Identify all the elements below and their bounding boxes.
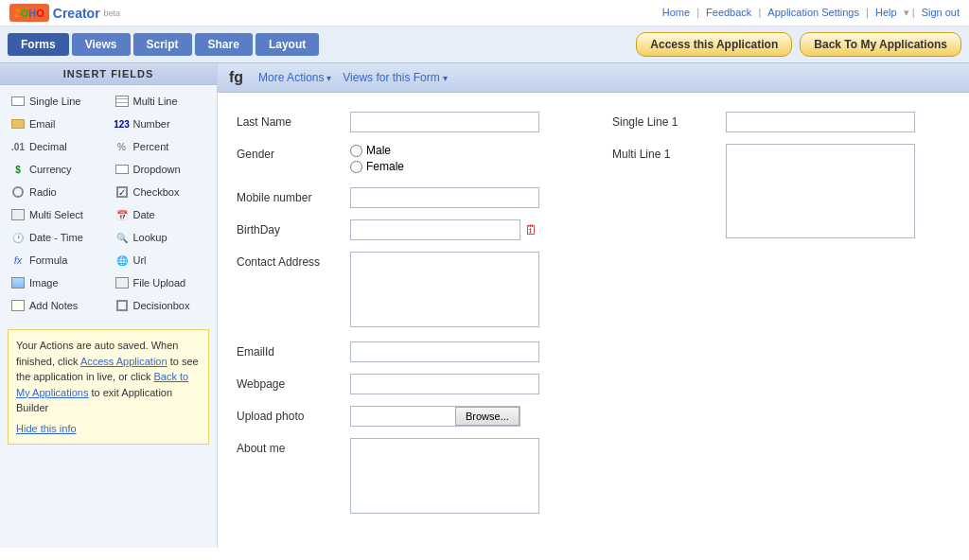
lastname-control [350, 112, 574, 132]
more-actions-link[interactable]: More Actions [258, 71, 331, 84]
tab-views[interactable]: Views [72, 33, 131, 56]
file-path-input[interactable] [351, 407, 455, 426]
lookup-icon: 🔍 [115, 230, 130, 245]
field-row-birthday: BirthDay 🗓 [237, 219, 574, 240]
right-buttons: Access this Application Back To My Appli… [636, 32, 961, 57]
field-row-lastname: Last Name [237, 112, 574, 132]
feedback-link[interactable]: Feedback [706, 7, 751, 18]
birthday-label: BirthDay [237, 219, 350, 236]
about-me-control [350, 438, 574, 516]
field-addnotes[interactable]: Add Notes [6, 295, 108, 316]
field-dropdown[interactable]: Dropdown [110, 159, 212, 180]
single-line-1-input[interactable] [726, 112, 915, 132]
addnotes-icon [10, 298, 26, 313]
fields-grid: Single Line Multi Line Email 123 Number … [0, 85, 217, 322]
field-row-contact-address: Contact Address [237, 252, 574, 330]
field-row-email: EmailId [237, 341, 574, 362]
email-input[interactable] [350, 341, 539, 362]
single-line-icon [10, 94, 26, 109]
about-me-input[interactable] [350, 438, 539, 514]
mobile-input[interactable] [350, 187, 539, 208]
dropdown-icon [115, 162, 130, 177]
currency-icon: $ [10, 162, 26, 177]
help-link[interactable]: Help [875, 7, 897, 18]
birthday-wrap: 🗓 [350, 219, 574, 240]
birthday-input[interactable] [350, 219, 520, 240]
views-for-form-link[interactable]: Views for this Form [343, 71, 447, 84]
content-area: fg More Actions Views for this Form Last… [218, 63, 969, 548]
field-email[interactable]: Email [6, 114, 108, 134]
field-multi-line[interactable]: Multi Line [110, 91, 212, 112]
gender-female-option: Female [350, 160, 574, 173]
form-col-right: Single Line 1 Multi Line 1 [574, 112, 950, 528]
field-date[interactable]: 📅 Date [110, 204, 212, 225]
field-url[interactable]: 🌐 Url [110, 250, 212, 271]
mobile-control [350, 187, 574, 208]
creator-text: Creator [53, 6, 100, 21]
upload-photo-label: Upload photo [237, 406, 350, 423]
app-settings-link[interactable]: Application Settings [767, 7, 859, 18]
gender-male-option: Male [350, 144, 574, 157]
access-application-button[interactable]: Access this Application [636, 32, 792, 57]
browse-button[interactable]: Browse... [455, 407, 520, 426]
field-currency[interactable]: $ Currency [6, 159, 108, 180]
tab-layout[interactable]: Layout [255, 33, 319, 56]
datetime-icon: 🕐 [10, 230, 26, 245]
form-name: fg [229, 69, 243, 86]
field-decimal[interactable]: .01 Decimal [6, 136, 108, 157]
main-layout: INSERT FIELDS Single Line Multi Line Ema… [0, 63, 969, 548]
date-icon: 📅 [115, 207, 130, 222]
field-row-upload-photo: Upload photo Browse... [237, 406, 574, 427]
field-radio[interactable]: Radio [6, 182, 108, 202]
field-fileupload[interactable]: File Upload [110, 272, 212, 293]
gender-male-radio[interactable] [350, 145, 362, 157]
about-me-label: About me [237, 438, 350, 455]
contact-address-input[interactable] [350, 252, 539, 327]
signout-link[interactable]: Sign out [922, 7, 960, 18]
tab-script[interactable]: Script [133, 33, 192, 56]
field-multiselect[interactable]: Multi Select [6, 204, 108, 225]
field-single-line[interactable]: Single Line [6, 91, 108, 112]
birthday-control: 🗓 [350, 219, 574, 240]
form-actions: More Actions Views for this Form [258, 71, 447, 84]
field-row-about-me: About me [237, 438, 574, 516]
left-panel: INSERT FIELDS Single Line Multi Line Ema… [0, 63, 218, 548]
field-image[interactable]: Image [6, 272, 108, 293]
info-box: Your Actions are auto saved. When finish… [8, 329, 209, 445]
field-row-mobile: Mobile number [237, 187, 574, 208]
lastname-input[interactable] [350, 112, 539, 132]
field-checkbox[interactable]: ✓ Checkbox [110, 182, 212, 202]
radio-icon [10, 184, 26, 200]
nav-bar: Forms Views Script Share Layout Access t… [0, 26, 969, 63]
field-row-multi-line-1: Multi Line 1 [612, 144, 950, 241]
logo: ZOHO Creator beta [9, 4, 120, 22]
top-links: Home | Feedback | Application Settings |… [662, 7, 960, 19]
field-number[interactable]: 123 Number [110, 114, 212, 134]
gender-female-radio[interactable] [350, 161, 362, 173]
url-icon: 🌐 [115, 253, 130, 268]
field-lookup[interactable]: 🔍 Lookup [110, 227, 212, 248]
beta-badge: beta [104, 9, 121, 18]
form-header: fg More Actions Views for this Form [218, 63, 969, 93]
single-line-1-control [726, 112, 950, 132]
back-to-applications-button[interactable]: Back To My Applications [800, 32, 961, 57]
tab-forms[interactable]: Forms [8, 33, 69, 56]
webpage-input[interactable] [350, 374, 539, 394]
tab-share[interactable]: Share [195, 33, 253, 56]
fileupload-icon [115, 275, 130, 290]
form-col-left: Last Name Gender Male [237, 112, 574, 528]
image-icon [10, 275, 26, 290]
decimal-icon: .01 [10, 139, 26, 154]
hide-info-link[interactable]: Hide this info [16, 421, 201, 437]
home-link[interactable]: Home [662, 7, 690, 18]
field-percent[interactable]: % Percent [110, 136, 212, 157]
field-datetime[interactable]: 🕐 Date - Time [6, 227, 108, 248]
calendar-icon[interactable]: 🗓 [524, 222, 537, 237]
decisionbox-icon [115, 298, 130, 313]
field-formula[interactable]: fx Formula [6, 250, 108, 271]
multi-line-1-input[interactable] [726, 144, 915, 238]
email-icon [10, 116, 26, 131]
email-label: EmailId [237, 341, 350, 359]
access-app-link[interactable]: Access Application [80, 356, 167, 367]
field-decisionbox[interactable]: Decisionbox [110, 295, 212, 316]
